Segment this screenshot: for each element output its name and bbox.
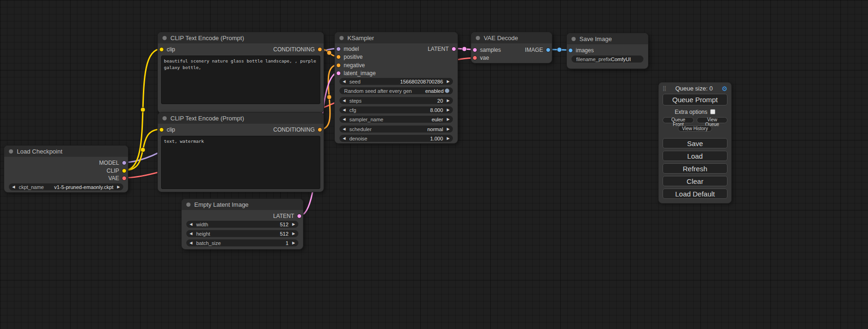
- drag-handle-icon[interactable]: ⣿: [663, 85, 666, 91]
- slot-dot-vae[interactable]: [122, 176, 127, 181]
- node-ksampler[interactable]: KSampler model positive negative latent_…: [334, 32, 458, 144]
- output-slot-conditioning[interactable]: CONDITIONING: [273, 46, 322, 53]
- output-slot-image[interactable]: IMAGE: [525, 46, 550, 54]
- node-canvas[interactable]: Load Checkpoint MODEL CLIP VAE ◀ ckpt_na…: [0, 0, 868, 329]
- decrement-arrow-icon[interactable]: ◀: [190, 223, 192, 226]
- input-slot-samples[interactable]: samples: [473, 46, 501, 54]
- decrement-arrow-icon[interactable]: ◀: [12, 185, 15, 189]
- slot-dot-vae[interactable]: [473, 56, 477, 60]
- node-title-bar[interactable]: VAE Decode: [471, 32, 552, 43]
- increment-arrow-icon[interactable]: ▶: [447, 99, 450, 103]
- slot-dot-model[interactable]: [336, 47, 341, 51]
- negative-prompt-textarea[interactable]: text, watermark: [161, 136, 320, 189]
- slot-dot-latent[interactable]: [473, 48, 477, 52]
- input-slot-negative[interactable]: negative: [336, 62, 365, 69]
- slot-dot-clip[interactable]: [159, 47, 164, 52]
- widget-steps[interactable]: ◀ steps 20 ▶: [339, 97, 453, 104]
- increment-arrow-icon[interactable]: ▶: [447, 137, 450, 140]
- increment-arrow-icon[interactable]: ▶: [447, 80, 450, 84]
- decrement-arrow-icon[interactable]: ◀: [343, 127, 346, 131]
- input-slot-vae[interactable]: vae: [473, 54, 489, 62]
- extra-options-checkbox[interactable]: [710, 109, 715, 114]
- widget-ckpt-name[interactable]: ◀ ckpt_name v1-5-pruned-emaonly.ckpt ▶: [9, 183, 123, 190]
- queue-prompt-button[interactable]: Queue Prompt: [663, 94, 727, 105]
- increment-arrow-icon[interactable]: ▶: [292, 223, 295, 226]
- slot-dot-conditioning[interactable]: [336, 55, 341, 59]
- output-slot-clip[interactable]: CLIP: [106, 167, 127, 175]
- collapse-dot[interactable]: [186, 203, 191, 207]
- queue-front-button[interactable]: Queue Front: [663, 117, 694, 123]
- view-queue-button[interactable]: View Queue: [697, 117, 727, 123]
- slot-dot-image[interactable]: [546, 48, 550, 52]
- output-slot-model[interactable]: MODEL: [99, 159, 127, 167]
- input-slot-clip[interactable]: clip: [159, 126, 175, 133]
- collapse-dot[interactable]: [339, 36, 344, 40]
- node-title-bar[interactable]: CLIP Text Encode (Prompt): [158, 32, 324, 43]
- node-clip-text-encode-negative[interactable]: CLIP Text Encode (Prompt) clip CONDITION…: [157, 112, 324, 192]
- decrement-arrow-icon[interactable]: ◀: [190, 232, 192, 236]
- widget-batch-size[interactable]: ◀ batch_size 1 ▶: [186, 239, 298, 246]
- decrement-arrow-icon[interactable]: ◀: [343, 108, 346, 112]
- increment-arrow-icon[interactable]: ▶: [292, 232, 295, 236]
- slot-dot-conditioning[interactable]: [318, 47, 322, 52]
- output-slot-latent[interactable]: LATENT: [428, 45, 456, 53]
- input-slot-clip[interactable]: clip: [159, 46, 175, 53]
- save-button[interactable]: Save: [663, 138, 727, 148]
- slot-dot-latent[interactable]: [452, 47, 456, 51]
- decrement-arrow-icon[interactable]: ◀: [190, 241, 192, 245]
- input-slot-positive[interactable]: positive: [336, 53, 363, 61]
- collapse-dot[interactable]: [476, 36, 480, 40]
- toggle-dot[interactable]: [445, 88, 450, 93]
- collapse-dot[interactable]: [162, 116, 167, 120]
- decrement-arrow-icon[interactable]: ◀: [343, 118, 346, 121]
- slot-dot-image[interactable]: [568, 48, 573, 53]
- clear-button[interactable]: Clear: [663, 176, 727, 186]
- slot-dot-conditioning[interactable]: [318, 127, 322, 132]
- node-save-image[interactable]: Save Image images filename_prefix ComfyU…: [566, 33, 649, 69]
- increment-arrow-icon[interactable]: ▶: [447, 118, 450, 121]
- decrement-arrow-icon[interactable]: ◀: [343, 99, 346, 103]
- collapse-dot[interactable]: [162, 36, 167, 40]
- widget-height[interactable]: ◀ height 512 ▶: [186, 230, 298, 237]
- node-title-bar[interactable]: KSampler: [335, 32, 458, 43]
- decrement-arrow-icon[interactable]: ◀: [343, 137, 346, 140]
- load-button[interactable]: Load: [663, 151, 727, 161]
- node-load-checkpoint[interactable]: Load Checkpoint MODEL CLIP VAE ◀ ckpt_na…: [4, 145, 128, 193]
- widget-width[interactable]: ◀ width 512 ▶: [186, 221, 298, 228]
- increment-arrow-icon[interactable]: ▶: [447, 127, 450, 131]
- node-title-bar[interactable]: Load Checkpoint: [4, 146, 128, 157]
- output-slot-latent[interactable]: LATENT: [273, 212, 302, 220]
- output-slot-vae[interactable]: VAE: [108, 175, 127, 182]
- settings-gear-icon[interactable]: ⚙: [721, 85, 727, 92]
- collapse-dot[interactable]: [9, 149, 13, 154]
- slot-dot-clip[interactable]: [122, 168, 127, 173]
- node-vae-decode[interactable]: VAE Decode samples vae IMAGE: [471, 32, 552, 63]
- input-slot-model[interactable]: model: [336, 45, 359, 53]
- widget-sampler-name[interactable]: ◀ sampler_name euler ▶: [339, 116, 453, 123]
- widget-random-seed-toggle[interactable]: Random seed after every gen enabled: [339, 87, 453, 94]
- refresh-button[interactable]: Refresh: [663, 163, 727, 174]
- widget-scheduler[interactable]: ◀ scheduler normal ▶: [339, 126, 453, 133]
- widget-denoise[interactable]: ◀ denoise 1.000 ▶: [339, 135, 453, 142]
- increment-arrow-icon[interactable]: ▶: [447, 108, 450, 112]
- widget-seed[interactable]: ◀ seed 156680208700286 ▶: [339, 78, 453, 85]
- input-slot-latent-image[interactable]: latent_image: [336, 70, 376, 77]
- increment-arrow-icon[interactable]: ▶: [117, 185, 120, 189]
- slot-dot-model[interactable]: [122, 161, 127, 165]
- increment-arrow-icon[interactable]: ▶: [292, 241, 295, 245]
- node-title-bar[interactable]: Empty Latent Image: [182, 199, 303, 210]
- decrement-arrow-icon[interactable]: ◀: [343, 80, 346, 84]
- load-default-button[interactable]: Load Default: [663, 189, 727, 199]
- slot-dot-conditioning[interactable]: [336, 63, 341, 68]
- widget-cfg[interactable]: ◀ cfg 8.000 ▶: [339, 106, 453, 113]
- slot-dot-latent[interactable]: [336, 71, 341, 76]
- positive-prompt-textarea[interactable]: beautiful scenery nature glass bottle la…: [161, 56, 320, 104]
- output-slot-conditioning[interactable]: CONDITIONING: [273, 126, 322, 133]
- view-history-button[interactable]: View History: [678, 126, 712, 132]
- collapse-dot[interactable]: [572, 37, 576, 41]
- node-title-bar[interactable]: Save Image: [567, 33, 648, 44]
- slot-dot-clip[interactable]: [159, 127, 164, 132]
- widget-filename-prefix[interactable]: filename_prefix ComfyUI: [572, 56, 643, 63]
- node-empty-latent-image[interactable]: Empty Latent Image LATENT ◀ width 512 ▶ …: [181, 198, 303, 250]
- slot-dot-latent[interactable]: [297, 214, 302, 218]
